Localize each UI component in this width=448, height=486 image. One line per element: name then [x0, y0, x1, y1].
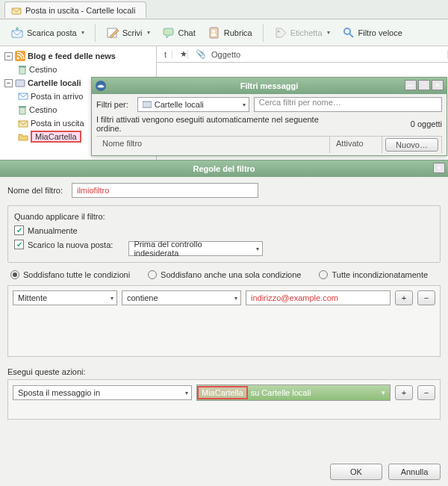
checkbox-icon: ✔	[14, 225, 24, 235]
maximize-button[interactable]: □	[418, 80, 430, 90]
minimize-button[interactable]: —	[405, 80, 417, 90]
filters-hint: I filtri attivati vengono eseguiti autom…	[96, 115, 343, 133]
collapse-icon[interactable]: −	[4, 79, 13, 87]
filters-window-title: Filtri messaggi — □ ×	[92, 78, 447, 94]
app-tab-title: Posta in uscita - Cartelle locali	[25, 6, 135, 15]
account-dropdown[interactable]: Cartelle locali	[137, 97, 249, 112]
folder-icon	[18, 132, 28, 141]
svg-rect-11	[19, 67, 25, 74]
svg-point-8	[344, 28, 350, 34]
outbox-icon	[11, 5, 22, 16]
ok-button[interactable]: OK	[330, 464, 382, 480]
filter-name-input[interactable]	[72, 183, 258, 198]
chat-icon	[162, 26, 175, 40]
svg-rect-3	[164, 28, 173, 35]
radio-icon	[319, 270, 328, 279]
match-always-radio[interactable]: Tutte incondizionatamente	[319, 270, 428, 279]
actions-label: Esegui queste azioni:	[7, 367, 441, 376]
quick-filter-button[interactable]: Filtro veloce	[337, 24, 407, 42]
tag-icon	[274, 26, 287, 40]
close-button[interactable]: ×	[433, 163, 445, 173]
condition-op-dropdown[interactable]: contiene	[122, 290, 241, 305]
svg-rect-12	[19, 66, 26, 67]
remove-action-button[interactable]: −	[417, 385, 435, 400]
svg-point-10	[17, 57, 19, 60]
filter-name-column[interactable]: Nome filtro	[96, 137, 330, 153]
subject-column[interactable]: Oggetto	[204, 50, 448, 59]
inbox-icon	[18, 92, 28, 101]
filter-enabled-column[interactable]: Attivato	[330, 137, 382, 153]
get-mail-button[interactable]: Scarica posta▾	[6, 24, 89, 42]
app-tab[interactable]: Posta in uscita - Cartelle locali	[4, 1, 146, 18]
address-book-icon	[208, 26, 221, 40]
filters-window: Filtri messaggi — □ × Filtri per: Cartel…	[91, 77, 447, 156]
match-all-radio[interactable]: Soddisfano tutte le condizioni	[10, 270, 130, 279]
download-when-dropdown[interactable]: Prima del controllo indesiderata	[128, 241, 263, 256]
new-filter-button[interactable]: Nuovo…	[385, 138, 438, 152]
svg-rect-16	[19, 106, 26, 108]
close-button[interactable]: ×	[432, 80, 444, 90]
main-toolbar: Scarica posta▾ Scrivi▾ Chat Rubrica Etic…	[0, 19, 448, 46]
address-book-button[interactable]: Rubrica	[203, 24, 257, 42]
write-button[interactable]: Scrivi▾	[102, 24, 155, 42]
action-folder-dropdown[interactable]: MiaCartella su Cartelle locali	[196, 384, 391, 401]
svg-rect-6	[211, 34, 216, 36]
object-count: 0 oggetti	[411, 119, 442, 128]
remove-condition-button[interactable]: −	[417, 290, 435, 305]
match-any-radio[interactable]: Soddisfano anche una sola condizione	[148, 270, 301, 279]
trash-icon	[18, 105, 27, 115]
chevron-down-icon: ▾	[147, 29, 150, 36]
my-folder-highlight: MiaCartella	[31, 131, 81, 143]
radio-icon	[10, 270, 19, 279]
rss-icon	[15, 51, 25, 61]
svg-point-5	[212, 30, 215, 33]
tree-account-blog[interactable]: − Blog e feed delle news	[1, 49, 155, 63]
column-header[interactable]: t ★ 📎 Oggetto	[157, 46, 448, 63]
svg-point-7	[277, 30, 279, 32]
add-condition-button[interactable]: +	[395, 290, 413, 305]
separator	[263, 24, 264, 42]
checkbox-icon: ✔	[14, 240, 24, 249]
when-apply-group: Quando applicare il filtro: ✔ Manualment…	[7, 205, 441, 263]
outbox-icon	[18, 119, 28, 128]
rules-dialog-title: Regole del filtro ×	[0, 161, 448, 177]
search-icon	[342, 26, 355, 40]
svg-rect-13	[16, 80, 25, 87]
svg-rect-4	[210, 28, 218, 38]
condition-field-dropdown[interactable]: Mittente	[13, 290, 117, 305]
filter-rules-dialog: Regole del filtro × Nome del filtro: Qua…	[0, 160, 448, 486]
download-checkbox[interactable]: ✔ Scarico la nuova posta:	[14, 240, 113, 249]
filter-search-input[interactable]: Cerca filtri per nome…	[254, 97, 442, 112]
collapse-icon[interactable]: −	[4, 52, 13, 60]
action-type-dropdown[interactable]: Sposta il messaggio in	[13, 385, 192, 400]
when-apply-label: Quando applicare il filtro:	[14, 212, 434, 221]
svg-rect-19	[143, 102, 152, 108]
local-folders-icon	[15, 78, 25, 88]
manual-checkbox[interactable]: ✔ Manualmente	[14, 225, 78, 235]
download-mail-icon	[10, 26, 24, 40]
actions-area: Sposta il messaggio in MiaCartella su Ca…	[7, 379, 441, 420]
trash-icon	[18, 64, 27, 75]
condition-value-input[interactable]	[246, 290, 391, 305]
cancel-button[interactable]: Annulla	[388, 464, 441, 480]
chevron-down-icon: ▾	[81, 29, 84, 36]
filter-name-label: Nome del filtro:	[7, 186, 63, 195]
chat-button[interactable]: Chat	[158, 24, 200, 42]
folder-tag-highlight: MiaCartella	[197, 386, 248, 399]
separator	[95, 24, 96, 42]
svg-rect-15	[19, 108, 25, 114]
conditions-area: Mittente contiene + −	[7, 285, 441, 357]
compose-icon	[106, 26, 119, 40]
star-icon: ★	[180, 49, 187, 58]
tag-button[interactable]: Etichetta▾	[270, 24, 335, 42]
chevron-down-icon: ▾	[327, 29, 330, 36]
local-folders-icon	[143, 101, 152, 108]
add-action-button[interactable]: +	[395, 385, 413, 400]
thunderbird-icon	[95, 80, 107, 92]
filters-for-label: Filtri per:	[96, 100, 128, 109]
radio-icon	[148, 270, 157, 279]
tree-trash-1[interactable]: Cestino	[1, 63, 155, 76]
